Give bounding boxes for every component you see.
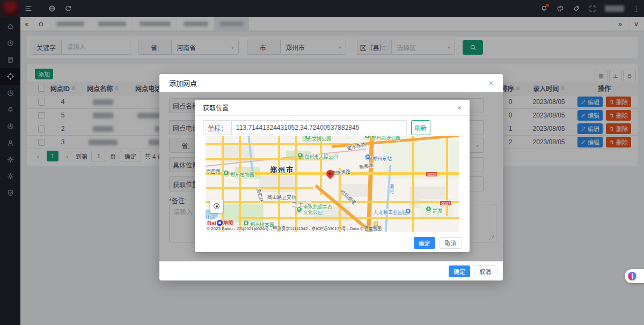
- map-road: [238, 217, 459, 219]
- refresh-coordinate-button[interactable]: 刷新: [411, 120, 430, 135]
- map-poi-label[interactable]: 文化公园: [303, 210, 323, 215]
- park-poi-icon[interactable]: [297, 152, 303, 158]
- map-city-label: 郑州市: [270, 164, 294, 174]
- brain-icon: [628, 272, 636, 280]
- crosshair-icon: [214, 203, 219, 209]
- map-road-label: 原西路: [206, 168, 221, 175]
- map-copyright: © 2023 Baidu - GS(2021)6026号 - 甲测资字11111…: [207, 225, 382, 231]
- add-outlet-modal-header: 添加网点 ×: [159, 74, 503, 92]
- route-badge: G107: [440, 201, 452, 206]
- park-poi-icon[interactable]: [426, 206, 431, 212]
- ai-assistant-button[interactable]: [625, 269, 644, 283]
- map-poi-label[interactable]: 郑州东站: [372, 155, 392, 162]
- coordinate-label: 坐标：: [203, 120, 232, 135]
- add-outlet-modal: 添加网点 × 网点名称 网点电话 省: ▾ 具体位置 获取位置 *备注: 获取位…: [159, 74, 503, 280]
- locate-me-button[interactable]: [210, 200, 223, 213]
- get-location-modal-header: 获取位置 ×: [195, 100, 470, 116]
- add-outlet-modal-body: 网点名称 网点电话 省: ▾ 具体位置 获取位置 *备注: 获取位置 × 坐标：: [159, 92, 503, 261]
- map-road-label: 高山路立交桥: [267, 194, 296, 201]
- map-poi-label[interactable]: 郑州高铁公园: [371, 136, 400, 141]
- close-icon[interactable]: ×: [489, 79, 493, 87]
- get-location-modal: 获取位置 × 坐标： 刷新: [195, 100, 470, 252]
- route-badge: G220: [426, 172, 438, 177]
- cancel-button[interactable]: 取消: [474, 265, 496, 277]
- map-poi-label[interactable]: 郑州植物园: [230, 171, 254, 178]
- map-poi-label[interactable]: 梦湖: [433, 207, 442, 214]
- get-location-modal-footer: 确定 取消: [414, 237, 462, 249]
- park-poi-icon[interactable]: [296, 206, 302, 212]
- map-poi-label[interactable]: 南水北调生态: [303, 204, 332, 210]
- map-poi-label[interactable]: 郑州市人民公园: [304, 153, 338, 160]
- park-poi-icon[interactable]: [223, 170, 229, 176]
- metro-station-icon[interactable]: M: [365, 154, 371, 160]
- modal-title: 添加网点: [169, 78, 197, 88]
- coordinate-row: 坐标： 刷新: [203, 120, 430, 135]
- cancel-button[interactable]: 取消: [440, 237, 462, 249]
- screen: ⋮ « » ∨ 关键字 省: 河南省: [0, 0, 644, 325]
- add-outlet-modal-footer: 确定 取消: [159, 261, 503, 280]
- map-poi-label[interactable]: 九龙镇工业园区: [374, 209, 407, 216]
- confirm-button[interactable]: 确定: [449, 265, 470, 277]
- coordinate-input[interactable]: [232, 120, 407, 135]
- map-road: [339, 168, 341, 232]
- map-poi-label[interactable]: 文博公园: [312, 136, 331, 142]
- map-water-label: 潮河: [388, 184, 395, 194]
- close-icon[interactable]: ×: [457, 104, 462, 112]
- baidu-map[interactable]: 文博公园 郑州高铁公园 金水东路 郑州市人民公园 M 郑州东站 郑州市 原西路 …: [206, 136, 459, 232]
- map-road: [222, 136, 224, 232]
- map-road: [206, 143, 350, 145]
- industry-poi-icon[interactable]: [405, 208, 411, 214]
- confirm-button[interactable]: 确定: [414, 237, 435, 249]
- modal-title: 获取位置: [203, 103, 229, 112]
